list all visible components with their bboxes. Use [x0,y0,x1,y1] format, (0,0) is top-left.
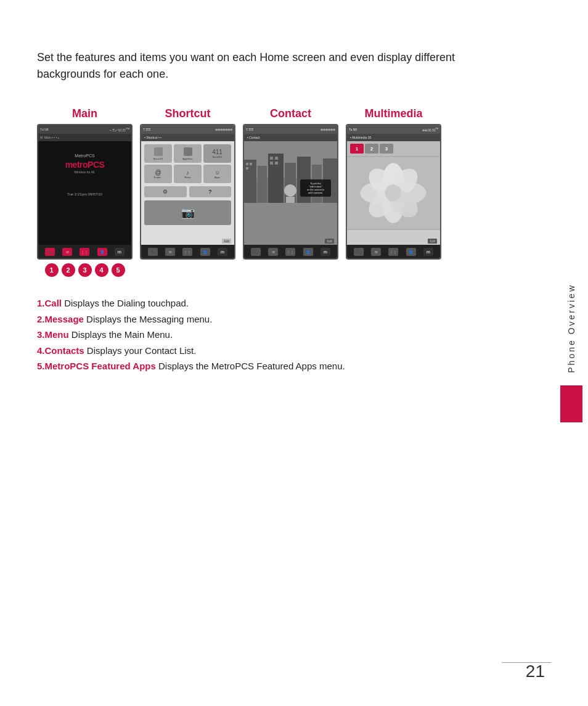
svg-rect-15 [275,162,278,165]
circle-2: 2 [62,263,75,277]
contact-bottom-row: 📞 ✉ ⋮⋮ 👤 m [244,245,337,258]
svg-rect-10 [250,163,252,165]
intro-text: Set the features and items you want on e… [37,49,518,83]
features-list: 1.Call Displays the Dialing touchpad. 2.… [37,295,518,374]
svg-rect-13 [275,157,278,160]
wireless-text: Wireless for All. [74,170,95,174]
contact-edit: Edit [325,239,334,244]
metro-logo: metroPCS [65,160,105,169]
contact-city-bg: Touch the"edit button"on the screen toad… [244,141,337,203]
screens-section: Main Td N8 ▪ ☰ ⑇ 02:21PM M Main • • • » … [37,107,518,277]
screen-item-contact: Contact T ☰☰ ⊕⊕⊕⊕⊕⊕ • Contact [243,107,338,260]
multimedia-title-bar: • Multimedia 35 [347,134,440,141]
main-phone-screen: Td N8 ▪ ☰ ⑇ 02:21PM M Main • • • » Metro… [37,124,133,260]
m-contacts-icon: 👤 [406,248,416,256]
contact-label: Contact [270,107,311,120]
feature-4: 4.Contacts Displays your Contact List. [37,343,518,359]
m-metro-icon: m [423,248,433,256]
screen-item-main: Main Td N8 ▪ ☰ ⑇ 02:21PM M Main • • • » … [37,107,133,277]
shortcut-row2: ⚙ ? [141,186,234,199]
s-metro-icon: m [218,248,227,256]
contacts-icon: 👤 [97,248,107,256]
svg-rect-2 [244,160,256,203]
page-number: 21 [526,662,545,681]
shortcut-app-4: @ Email... [144,165,172,183]
right-sidebar: Phone Overview [555,0,588,706]
feature-2-desc: Displays the Messaging menu. [84,314,212,324]
tab-2[interactable]: 2 [365,144,378,154]
screen-item-multimedia: Multimedia Ta N8 ⊕⊕ 02:31PM • Multimedia… [346,107,441,260]
call-icon: 📞 [45,248,55,256]
circle-4: 4 [95,263,108,277]
contact-status-bar: T ☰☰ ⊕⊕⊕⊕⊕⊕ [244,125,337,134]
tab-1[interactable]: 1 [350,144,364,154]
s-msg-icon: ✉ [165,248,175,256]
s-menu-icon: ⋮⋮ [182,248,192,256]
m-msg-icon: ✉ [371,248,381,256]
c-msg-icon: ✉ [268,248,278,256]
metropcs-text: MetroPCS [75,154,94,158]
menu-icon: ⋮⋮ [80,248,89,256]
m-menu-icon: ⋮⋮ [388,248,398,256]
shortcut-app-2: AppStore [174,144,202,163]
svg-rect-9 [246,163,248,165]
shortcut-grid: Store111 AppStore 411 Store411 @ Email..… [141,141,234,186]
feature-1-desc: Displays the Dialing touchpad. [62,298,189,308]
svg-rect-11 [246,167,248,170]
multimedia-num-tabs: 1 2 3 [347,141,440,156]
svg-rect-4 [268,154,284,203]
screen-item-shortcut: Shortcut T ☰☰ ⊕⊕⊕⊕⊕⊕⊕ • Shortcut • • Sto… [140,107,235,260]
svg-rect-12 [270,157,273,160]
shortcut-status-bar: T ☰☰ ⊕⊕⊕⊕⊕⊕⊕ [141,125,234,134]
multimedia-flower-bg [347,156,440,230]
main-bottom-row: 📞 ✉ ⋮⋮ 👤 m [38,245,131,258]
c-metro-icon: m [321,248,330,256]
main-sub-bar: M Main • • • » [38,134,131,141]
shortcut-title-bar: • Shortcut • • [141,134,234,141]
shortcut-app-5: ♪ Music [174,165,202,183]
c-contacts-icon: 👤 [303,248,313,256]
circle-3: 3 [78,263,92,277]
c-call-icon: 📞 [251,248,261,256]
svg-rect-3 [258,166,267,203]
main-center: MetroPCS metroPCS Wireless for All. Tue … [38,141,131,202]
feature-5: 5.MetroPCS Featured Apps Displays the Me… [37,358,518,374]
page-content: Set the features and items you want on e… [0,0,555,706]
metro-apps-icon: m [115,248,125,256]
flower-svg [347,156,440,230]
m-call-icon: 📞 [354,248,364,256]
multimedia-label: Multimedia [364,107,422,120]
s-call-icon: 📞 [148,248,158,256]
sidebar-text: Phone Overview [566,284,576,373]
contact-bubble: Touch the"edit button"on the screen toad… [300,179,331,197]
main-label: Main [72,107,97,120]
multimedia-edit: Edit [428,239,437,244]
circle-1: 1 [45,263,59,277]
multimedia-status-bar: Ta N8 ⊕⊕ 02:31PM [347,125,440,134]
feature-3: 3.Menu Displays the Main Menu. [37,327,518,343]
sidebar-accent [560,385,582,422]
s-contacts-icon: 👤 [200,248,210,256]
circle-5: 5 [112,263,125,277]
circles-row: 1 2 3 4 5 [45,263,125,277]
svg-point-27 [385,184,401,201]
shortcut-camera: 📷 [144,200,231,225]
tab-3[interactable]: 3 [380,144,393,154]
metro-logo-part2: PCS [88,160,104,170]
multimedia-phone-screen: Ta N8 ⊕⊕ 02:31PM • Multimedia 35 1 2 3 [346,124,441,260]
svg-rect-14 [270,162,273,165]
shortcut-bottom-row: 📞 ✉ ⋮⋮ 👤 m [141,245,234,258]
feature-5-desc: Displays the MetroPCS Featured Apps menu… [156,361,345,371]
metro-logo-part1: metro [65,160,88,170]
contact-phone-screen: T ☰☰ ⊕⊕⊕⊕⊕⊕ • Contact [243,124,338,260]
shortcut-edit-label: Edit [222,239,231,244]
main-date: Tue 2:21pm 09/07/10 [67,192,102,196]
shortcut-app-3: 411 Store411 [203,144,231,163]
shortcut-app-1: Store111 [144,144,172,163]
svg-point-16 [284,184,296,197]
shortcut-label: Shortcut [165,107,211,120]
message-icon: ✉ [62,248,72,256]
feature-4-desc: Displays your Contact List. [84,345,197,356]
shortcut-phone-screen: T ☰☰ ⊕⊕⊕⊕⊕⊕⊕ • Shortcut • • Store111 App… [140,124,235,260]
feature-1: 1.Call Displays the Dialing touchpad. [37,295,518,311]
